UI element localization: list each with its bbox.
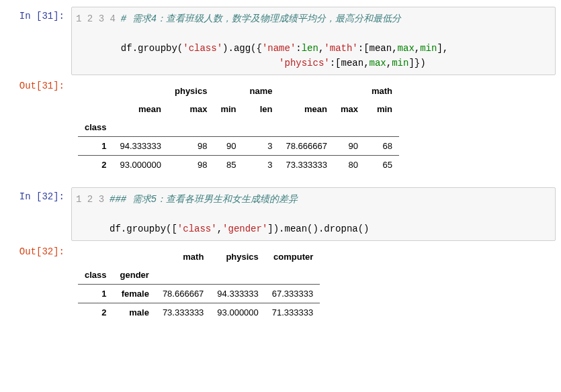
code-block-31: # 需求4：查看班级人数，数学及物理成绩平均分，最高分和最低分 df.group… bbox=[121, 7, 555, 75]
col-name: name bbox=[243, 82, 279, 100]
cell: 85 bbox=[214, 156, 243, 175]
cell: 3 bbox=[243, 137, 279, 156]
cell: 93.000000 bbox=[210, 303, 265, 322]
dataframe-32: math physics computer class gender 1 fem… bbox=[78, 248, 320, 322]
subcol-len: len bbox=[243, 100, 279, 118]
col-physics: physics bbox=[210, 248, 265, 266]
col-math: math bbox=[365, 82, 399, 100]
cell: 68 bbox=[365, 137, 399, 156]
cell: 90 bbox=[334, 137, 365, 156]
header-row-top: physics name math bbox=[78, 82, 399, 100]
cell: 78.666667 bbox=[279, 137, 334, 156]
col-physics: physics bbox=[168, 82, 214, 100]
code-block-32: ### 需求5：查看各班男生和女生成绩的差异 df.groupby(['clas… bbox=[110, 188, 555, 240]
row-gender: male bbox=[114, 303, 156, 322]
cell: 67.333333 bbox=[265, 285, 320, 303]
cell-31-code-area[interactable]: 1 2 3 4 # 需求4：查看班级人数，数学及物理成绩平均分，最高分和最低分 … bbox=[71, 7, 556, 75]
cell: 93.000000 bbox=[114, 156, 168, 175]
row-index: 2 bbox=[78, 156, 114, 175]
cell: 98 bbox=[168, 137, 214, 156]
row-class: 2 bbox=[78, 303, 114, 322]
index-name-row: class bbox=[78, 118, 399, 137]
subcol-mean: mean bbox=[114, 100, 168, 118]
cell-31-output: Out[31]: physics name math mean max min … bbox=[5, 77, 556, 186]
col-math: math bbox=[156, 248, 210, 266]
cell-32-input: In [32]: 1 2 3 ### 需求5：查看各班男生和女生成绩的差异 df… bbox=[5, 187, 556, 241]
table-row: 1 female 78.666667 94.333333 67.333333 bbox=[78, 285, 320, 303]
subcol-min: min bbox=[214, 100, 243, 118]
row-gender: female bbox=[114, 285, 156, 303]
table-row: 2 93.000000 98 85 3 73.333333 80 65 bbox=[78, 156, 399, 175]
subcol-max: max bbox=[334, 100, 365, 118]
in-prompt-32: In [32]: bbox=[5, 187, 71, 241]
cell: 73.333333 bbox=[279, 156, 334, 175]
in-prompt-31: In [31]: bbox=[5, 7, 71, 75]
output-31: physics name math mean max min len mean … bbox=[71, 77, 556, 186]
cell: 65 bbox=[365, 156, 399, 175]
row-index: 1 bbox=[78, 137, 114, 156]
cell: 80 bbox=[334, 156, 365, 175]
out-prompt-31: Out[31]: bbox=[5, 77, 71, 186]
cell: 94.333333 bbox=[114, 137, 168, 156]
subcol-min: min bbox=[365, 100, 399, 118]
col-computer: computer bbox=[265, 248, 320, 266]
index-name-gender: gender bbox=[114, 266, 156, 285]
line-gutter: 1 2 3 bbox=[72, 188, 110, 240]
cell: 71.333333 bbox=[265, 303, 320, 322]
subcol-mean: mean bbox=[279, 100, 334, 118]
index-name-class: class bbox=[78, 266, 114, 285]
cell: 3 bbox=[243, 156, 279, 175]
index-name-class: class bbox=[78, 118, 114, 137]
cell-31-input: In [31]: 1 2 3 4 # 需求4：查看班级人数，数学及物理成绩平均分… bbox=[5, 7, 556, 75]
comment: # 需求4：查看班级人数，数学及物理成绩平均分，最高分和最低分 bbox=[121, 13, 401, 24]
comment: ### 需求5：查看各班男生和女生成绩的差异 bbox=[110, 194, 298, 205]
output-32: math physics computer class gender 1 fem… bbox=[71, 242, 556, 334]
table-row: 2 male 73.333333 93.000000 71.333333 bbox=[78, 303, 320, 322]
index-name-row: class gender bbox=[78, 266, 320, 285]
cell-32-output: Out[32]: math physics computer class gen… bbox=[5, 242, 556, 334]
cell-32-code-area[interactable]: 1 2 3 ### 需求5：查看各班男生和女生成绩的差异 df.groupby(… bbox=[71, 187, 556, 241]
subcol-max: max bbox=[168, 100, 214, 118]
header-row-sub: mean max min len mean max min bbox=[78, 100, 399, 118]
dataframe-31: physics name math mean max min len mean … bbox=[78, 82, 399, 174]
cell: 90 bbox=[214, 137, 243, 156]
cell: 98 bbox=[168, 156, 214, 175]
row-class: 1 bbox=[78, 285, 114, 303]
out-prompt-32: Out[32]: bbox=[5, 242, 71, 334]
cell: 94.333333 bbox=[210, 285, 265, 303]
header-row: math physics computer bbox=[78, 248, 320, 266]
table-row: 1 94.333333 98 90 3 78.666667 90 68 bbox=[78, 137, 399, 156]
line-gutter: 1 2 3 4 bbox=[72, 7, 121, 75]
cell: 73.333333 bbox=[156, 303, 210, 322]
cell: 78.666667 bbox=[156, 285, 210, 303]
